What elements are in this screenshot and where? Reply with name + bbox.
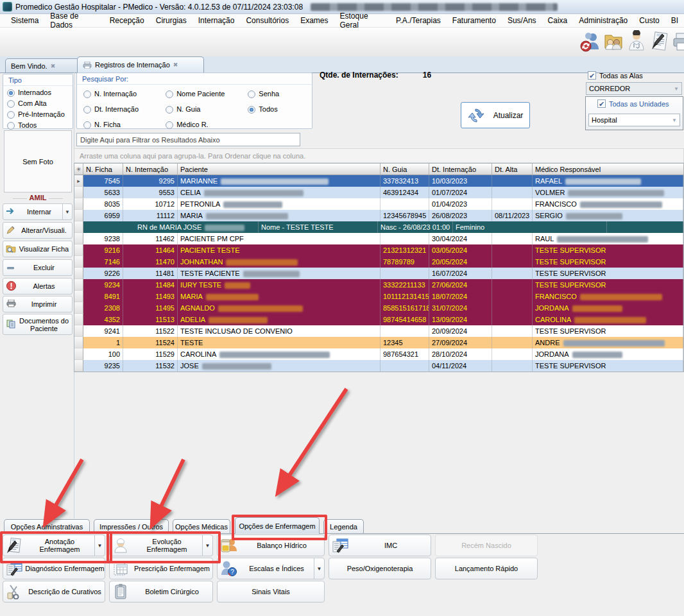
- tab-op-es-m-dicas[interactable]: Opções Médicas: [173, 519, 230, 533]
- grid-row-8[interactable]: 9226 11481 TESTE PACIENTE 16/07/2024 TES…: [74, 268, 683, 279]
- descri-o-de-curativos-button[interactable]: Descrição de Curativos: [3, 581, 105, 603]
- todas-as-alas-checkbox[interactable]: ✔ Todas as Alas: [588, 71, 643, 80]
- tab-op-es-adminstrativas[interactable]: Opções Adminstrativas: [4, 519, 90, 533]
- redacted-text: [221, 178, 329, 185]
- grid-filter-input[interactable]: [76, 133, 300, 146]
- grid-row-11[interactable]: 2308 11495 AGNALDO 858515161718 31/07/20…: [74, 302, 683, 314]
- grid-row-13[interactable]: 9241 11522 TESTE INCLUSAO DE CONVENIO 20…: [74, 325, 683, 337]
- grid-row-14[interactable]: 1 11524 TESTE 12345 27/09/2024 ANDRE: [74, 337, 683, 348]
- pesquisar-option-2[interactable]: Senha: [248, 89, 312, 99]
- unidade-select[interactable]: Hospital ▼: [588, 114, 680, 126]
- grid-row-15[interactable]: 100 11529 CAROLINA 987654321 28/10/2024 …: [74, 348, 683, 360]
- menu-item-sistema[interactable]: Sistema: [5, 15, 44, 26]
- menu-item-recep-o[interactable]: Recepção: [104, 15, 150, 26]
- excluir-button[interactable]: Excluir: [3, 259, 73, 276]
- sinais-vitais-button[interactable]: Sinais Vitais: [217, 581, 325, 603]
- anota-o-enfermagem-button[interactable]: Anotação Enfermagem▼: [3, 535, 105, 556]
- grid-corner[interactable]: ✳: [74, 164, 83, 175]
- imc-button[interactable]: IMC: [329, 535, 431, 556]
- close-icon[interactable]: ✖: [51, 63, 56, 69]
- imprimir-button[interactable]: Imprimir: [3, 296, 73, 312]
- todas-as-unidades-checkbox[interactable]: ✔ Todas as Unidades: [597, 99, 669, 108]
- tab-bem-vindo[interactable]: Bem Vindo. ✖: [5, 58, 82, 73]
- tipo-option-3[interactable]: Todos: [7, 120, 73, 131]
- alertas-button[interactable]: Alertas: [3, 278, 73, 295]
- alterar-visuali--button[interactable]: Alterar/Visuali.: [3, 222, 73, 239]
- column-header-3[interactable]: N. Guia: [380, 164, 429, 175]
- tipo-option-1[interactable]: Com Alta: [7, 98, 73, 109]
- radio-icon: [166, 106, 173, 114]
- tab-legenda[interactable]: Legenda: [323, 519, 364, 533]
- printer-icon[interactable]: [671, 30, 684, 55]
- grid-row-5[interactable]: 9238 11462 PACIENTE PM CPF 30/04/2024 RA…: [74, 233, 683, 244]
- internar-button[interactable]: Internar▼: [3, 203, 73, 220]
- pesquisar-option-0[interactable]: N. Internação: [83, 89, 166, 99]
- dropdown-arrow-icon[interactable]: ▼: [94, 535, 105, 556]
- column-header-4[interactable]: Dt. Internação: [429, 164, 492, 175]
- dropdown-arrow-icon[interactable]: ▼: [202, 535, 212, 556]
- grid-row-10[interactable]: 8491 11493 MARIA 101112131415 18/07/2024…: [74, 291, 683, 302]
- diagn-stico-enfermagem-button[interactable]: Diagnóstico Enfermagem: [3, 558, 105, 579]
- menu-item-consult-rios[interactable]: Consultórios: [240, 15, 295, 26]
- dropdown-arrow-icon[interactable]: ▼: [62, 204, 72, 219]
- menu-item-bi[interactable]: BI: [665, 15, 684, 26]
- grid-row-1[interactable]: 5633 9553 CELIA 463912434 01/07/2024 VOL…: [74, 187, 683, 198]
- column-header-2[interactable]: Paciente: [178, 164, 380, 175]
- menu-item-cirurgias[interactable]: Cirurgias: [150, 15, 192, 26]
- pesquisar-option-5[interactable]: Todos: [248, 104, 312, 115]
- grid-row-2[interactable]: 8035 10712 PETRONILA 01/04/2023 FRANCISC…: [74, 198, 683, 210]
- tipo-option-2[interactable]: Pré-Internação: [7, 109, 73, 120]
- grid-row-3[interactable]: 6959 11112 MARIA 12345678945 26/08/2023 …: [74, 210, 683, 221]
- column-header-0[interactable]: N. Ficha: [83, 164, 123, 175]
- menu-item-caixa[interactable]: Caixa: [542, 15, 574, 26]
- column-header-1[interactable]: N. Internação: [123, 164, 178, 175]
- close-icon[interactable]: ✖: [173, 62, 178, 68]
- menu-item-exames[interactable]: Exames: [295, 15, 334, 26]
- grid-row-16[interactable]: 9235 11532 JOSE 04/11/2024 TESTE SUPERVI…: [74, 360, 683, 372]
- tipo-option-0[interactable]: Internados: [7, 87, 73, 98]
- redacted-text: [563, 340, 665, 346]
- grid-row-9[interactable]: 9234 11484 IURY TESTE 33322211133 27/06/…: [74, 279, 683, 291]
- dropdown-arrow-icon[interactable]: ▼: [314, 558, 324, 579]
- pesquisar-option-3[interactable]: Dt. Internação: [83, 104, 166, 115]
- documentos-do-paciente-button[interactable]: Documentos do Paciente: [3, 314, 73, 335]
- balan-o-h-drico-button[interactable]: Balanço Hídrico: [217, 535, 325, 556]
- ala-select[interactable]: CORREDOR ▼: [586, 82, 682, 95]
- atualizar-button[interactable]: Atualizar: [461, 102, 530, 128]
- menu-item-sus-ans[interactable]: Sus/Ans: [502, 15, 542, 26]
- menu-item-custo[interactable]: Custo: [633, 15, 665, 26]
- escalas-e-ndices-button[interactable]: ?Escalas e Índices▼: [217, 558, 325, 579]
- evolu-o-enfermagem-button[interactable]: Evolução Enfermagem▼: [109, 535, 213, 556]
- tab-registros-de-internacao[interactable]: Registros de Internação ✖: [77, 56, 204, 73]
- rn-sub-row[interactable]: RN de MARIA JOSE Nome - TESTE TESTE Nasc…: [74, 221, 683, 233]
- lan-amento-r-pido-button[interactable]: Lançamento Rápido: [435, 558, 538, 579]
- grid-row-6[interactable]: 9216 11464 PACIENTE TESTE 21321312321 03…: [74, 244, 683, 256]
- redacted-text: [566, 213, 622, 219]
- tab-impress-es-outros[interactable]: Impressões / Outros: [94, 519, 169, 533]
- patients-folder-icon[interactable]: [602, 30, 615, 55]
- menu-item-interna-o[interactable]: Internação: [192, 15, 241, 26]
- pesquisar-option-1[interactable]: Nome Paciente: [166, 89, 248, 99]
- menu-item-administra-o[interactable]: Administração: [573, 15, 633, 26]
- app-window: Promedico Gestão Hospitalar - PMedico - …: [0, 0, 684, 616]
- column-header-5[interactable]: Dt. Alta: [492, 164, 533, 175]
- peso-oxigenoterapia-button[interactable]: Peso/Oxigenoterapia: [329, 558, 431, 579]
- menu-item-p-a-terapias[interactable]: P.A./Terapias: [390, 15, 447, 26]
- grid-row-7[interactable]: 7146 11470 JOHNATHAN 78789789 20/05/2024…: [74, 256, 683, 268]
- boletim-cir-rgico-button[interactable]: Boletim Cirúrgico: [109, 581, 213, 603]
- grid-row-12[interactable]: 4352 11513 ADELIA 98745414658 13/09/2024…: [74, 314, 683, 325]
- tab-op-es-de-enfermagem[interactable]: Opções de Enfermagem: [235, 517, 320, 534]
- pesquisar-option-6[interactable]: N. Ficha: [83, 119, 166, 130]
- menu-bar: SistemaBase de DadosRecepçãoCirurgiasInt…: [0, 14, 684, 28]
- refresh-icon: [465, 106, 487, 125]
- pesquisar-option-4[interactable]: N. Guia: [166, 104, 248, 115]
- doctor-icon[interactable]: [625, 30, 638, 55]
- column-header-6[interactable]: Médico Responsável: [533, 164, 684, 175]
- report-pen-icon[interactable]: [648, 30, 661, 55]
- grid-row-0[interactable]: ▸ 7545 9295 MARIANNE 337832413 10/03/202…: [74, 175, 683, 187]
- visualizar-ficha-button[interactable]: Visualizar Ficha: [3, 241, 73, 257]
- prescri-o-enfermagem-button[interactable]: Prescrição Enfermagem: [109, 558, 213, 579]
- pesquisar-option-7[interactable]: Médico R.: [166, 119, 248, 130]
- menu-item-faturamento[interactable]: Faturamento: [447, 15, 502, 26]
- sync-users-icon[interactable]: [579, 30, 592, 55]
